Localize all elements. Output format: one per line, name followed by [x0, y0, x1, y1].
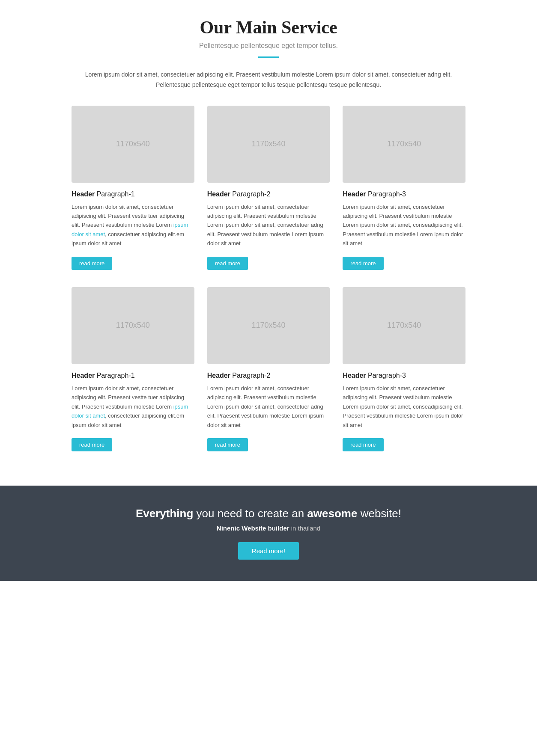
card-title-bold: Header	[343, 190, 366, 198]
card-body: Lorem ipsum dolor sit amet, consectetuer…	[343, 384, 465, 430]
card-2-1: 1170x540 Header Paragraph-1 Lorem ipsum …	[72, 287, 194, 451]
footer-headline-bold1: Everything	[136, 507, 193, 520]
card-image: 1170x540	[207, 106, 330, 183]
card-1-3: 1170x540 Header Paragraph-3 Lorem ipsum …	[343, 106, 465, 270]
read-more-button[interactable]: read more	[72, 257, 112, 270]
read-more-button[interactable]: read more	[72, 438, 112, 451]
card-body: Lorem ipsum dolor sit amet, consectetuer…	[72, 202, 194, 248]
read-more-button[interactable]: read more	[207, 257, 248, 270]
footer-headline-text1: you need to create an	[197, 507, 307, 520]
card-1-1: 1170x540 Header Paragraph-1 Lorem ipsum …	[72, 106, 194, 270]
page-title: Our Main Service	[72, 17, 465, 38]
footer-subtext-bold: Ninenic Website builder	[217, 525, 289, 532]
card-image: 1170x540	[343, 106, 465, 183]
card-title: Header Paragraph-2	[207, 372, 330, 379]
footer-headline-text2: website!	[361, 507, 401, 520]
card-title: Header Paragraph-3	[343, 372, 465, 379]
card-title-bold: Header	[207, 190, 230, 198]
footer-subtext: Ninenic Website builder in thailand	[9, 525, 528, 532]
card-title-text: Paragraph-3	[366, 190, 406, 198]
card-image: 1170x540	[72, 287, 194, 364]
card-title: Header Paragraph-2	[207, 190, 330, 198]
card-image: 1170x540	[343, 287, 465, 364]
read-more-button[interactable]: read more	[343, 257, 383, 270]
footer-headline: Everything you need to create an awesome…	[9, 507, 528, 520]
card-title-text: Paragraph-2	[230, 190, 270, 198]
card-body: Lorem ipsum dolor sit amet, consectetuer…	[343, 202, 465, 248]
card-title-bold: Header	[343, 372, 366, 379]
card-title: Header Paragraph-3	[343, 190, 465, 198]
card-image: 1170x540	[72, 106, 194, 183]
card-body: Lorem ipsum dolor sit amet, consectetuer…	[207, 384, 330, 430]
footer-banner: Everything you need to create an awesome…	[0, 486, 537, 581]
card-2-3: 1170x540 Header Paragraph-3 Lorem ipsum …	[343, 287, 465, 451]
card-title-bold: Header	[72, 372, 95, 379]
footer-subtext-plain: in thailand	[291, 525, 320, 532]
card-2-2: 1170x540 Header Paragraph-2 Lorem ipsum …	[207, 287, 330, 451]
card-title-text: Paragraph-3	[366, 372, 406, 379]
card-body-link[interactable]: ipsum dolor sit amet	[72, 222, 188, 237]
cards-row-1: 1170x540 Header Paragraph-1 Lorem ipsum …	[72, 106, 465, 270]
cards-row-2: 1170x540 Header Paragraph-1 Lorem ipsum …	[72, 287, 465, 451]
card-title-bold: Header	[72, 190, 95, 198]
page-subtitle: Pellentesque pellentesque eget tempor te…	[72, 42, 465, 50]
title-divider	[258, 56, 279, 58]
card-title-text: Paragraph-1	[95, 372, 134, 379]
intro-text: Lorem ipsum dolor sit amet, consectetuer…	[72, 70, 465, 90]
card-title: Header Paragraph-1	[72, 372, 194, 379]
card-title: Header Paragraph-1	[72, 190, 194, 198]
read-more-button[interactable]: read more	[207, 438, 248, 451]
card-title-text: Paragraph-2	[230, 372, 270, 379]
card-title-bold: Header	[207, 372, 230, 379]
card-title-text: Paragraph-1	[95, 190, 134, 198]
footer-headline-bold2: awesome	[307, 507, 357, 520]
footer-read-more-button[interactable]: Read more!	[238, 542, 299, 560]
card-body: Lorem ipsum dolor sit amet, consectetuer…	[72, 384, 194, 430]
read-more-button[interactable]: read more	[343, 438, 383, 451]
card-1-2: 1170x540 Header Paragraph-2 Lorem ipsum …	[207, 106, 330, 270]
card-image: 1170x540	[207, 287, 330, 364]
card-body-link[interactable]: ipsum dolor sit amet	[72, 403, 188, 419]
card-body: Lorem ipsum dolor sit amet, consectetuer…	[207, 202, 330, 248]
